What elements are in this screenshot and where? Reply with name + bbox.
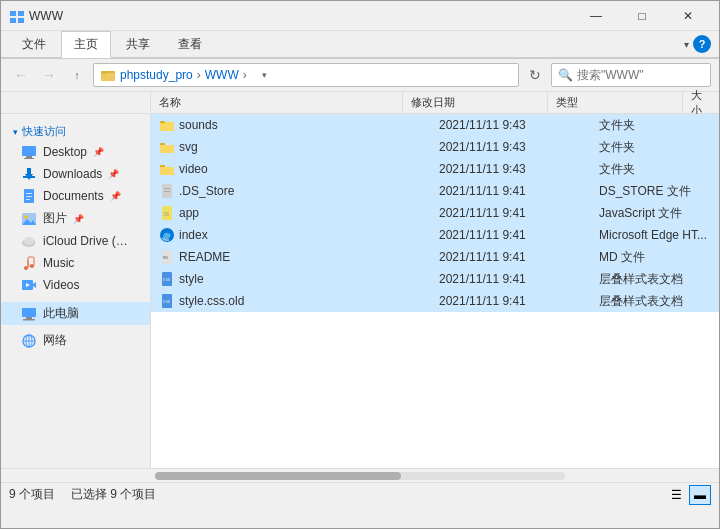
- svg-text:CSS: CSS: [163, 299, 171, 304]
- svg-rect-34: [23, 319, 35, 321]
- sidebar-item-network[interactable]: 网络: [1, 329, 150, 352]
- file-date-style-old: 2021/11/11 9:41: [431, 294, 591, 308]
- svg-marker-30: [33, 282, 36, 288]
- svg-text:MD: MD: [163, 255, 168, 260]
- tab-home[interactable]: 主页: [61, 31, 111, 58]
- tab-share[interactable]: 共享: [113, 31, 163, 57]
- file-type-readme: MD 文件: [591, 249, 719, 266]
- js-file-icon: JS: [159, 205, 175, 221]
- svg-rect-6: [101, 71, 106, 74]
- sidebar-item-music[interactable]: Music: [1, 252, 150, 274]
- hscroll-thumb[interactable]: [155, 472, 401, 480]
- details-view-button[interactable]: ☰: [665, 485, 687, 505]
- quick-access-section[interactable]: ▾ 快速访问: [1, 122, 150, 141]
- sidebar-item-thispc[interactable]: 此电脑: [1, 302, 150, 325]
- table-row[interactable]: svg 2021/11/11 9:43 文件夹: [151, 136, 719, 158]
- tab-file[interactable]: 文件: [9, 31, 59, 57]
- title-bar: WWW — □ ✕: [1, 1, 719, 31]
- col-header-date[interactable]: 修改日期: [403, 92, 548, 113]
- sidebar-item-videos[interactable]: Videos: [1, 274, 150, 296]
- table-row[interactable]: index 2021/11/11 9:41 Microsoft Edge HT.…: [151, 224, 719, 246]
- sidebar-item-network-label: 网络: [43, 332, 67, 349]
- view-controls: ☰ ▬: [665, 485, 711, 505]
- table-row[interactable]: CSS style.css.old 2021/11/11 9:41 层叠样式表文…: [151, 290, 719, 312]
- file-name-sounds: sounds: [151, 117, 431, 133]
- selected-count: 已选择 9 个项目: [71, 486, 156, 503]
- svg-rect-1: [18, 11, 24, 16]
- hscroll-track[interactable]: [155, 472, 565, 480]
- svg-text:JS: JS: [163, 211, 169, 217]
- horizontal-scrollbar[interactable]: [1, 468, 719, 482]
- file-date-sounds: 2021/11/11 9:43: [431, 118, 591, 132]
- minimize-button[interactable]: —: [573, 1, 619, 31]
- table-row[interactable]: CSS style 2021/11/11 9:41 层叠样式表文档: [151, 268, 719, 290]
- sidebar-item-music-label: Music: [43, 256, 74, 270]
- help-icon[interactable]: ?: [693, 35, 711, 53]
- file-date-readme: 2021/11/11 9:41: [431, 250, 591, 264]
- ribbon-collapse[interactable]: ▾ ?: [676, 35, 719, 53]
- file-date-style: 2021/11/11 9:41: [431, 272, 591, 286]
- back-button[interactable]: ←: [9, 63, 33, 87]
- network-icon: [21, 333, 37, 349]
- file-type-sounds: 文件夹: [591, 117, 719, 134]
- col-header-type[interactable]: 类型: [548, 92, 684, 113]
- chevron-down-icon: ▾: [684, 39, 689, 50]
- file-type-video: 文件夹: [591, 161, 719, 178]
- svg-rect-5: [101, 73, 115, 81]
- search-input[interactable]: [577, 68, 720, 82]
- ds-file-icon: [159, 183, 175, 199]
- refresh-button[interactable]: ↻: [523, 63, 547, 87]
- file-date-app: 2021/11/11 9:41: [431, 206, 591, 220]
- tab-view[interactable]: 查看: [165, 31, 215, 57]
- search-icon: 🔍: [558, 68, 573, 82]
- svg-rect-50: [164, 191, 170, 192]
- sidebar-item-icloud-label: iCloud Drive (M ...: [43, 234, 133, 248]
- title-bar-controls: — □ ✕: [573, 1, 711, 31]
- pin-icon-pictures: 📌: [73, 214, 84, 224]
- forward-button[interactable]: →: [37, 63, 61, 87]
- table-row[interactable]: MD README 2021/11/11 9:41 MD 文件: [151, 246, 719, 268]
- col-header-size[interactable]: 大小: [683, 92, 719, 113]
- maximize-button[interactable]: □: [619, 1, 665, 31]
- file-type-style-old: 层叠样式表文档: [591, 293, 719, 310]
- address-path[interactable]: phpstudy_pro › WWW › ▾: [93, 63, 519, 87]
- thispc-icon: [21, 306, 37, 322]
- table-row[interactable]: video 2021/11/11 9:43 文件夹: [151, 158, 719, 180]
- sidebar-item-pictures-label: 图片: [43, 210, 67, 227]
- file-type-svg: 文件夹: [591, 139, 719, 156]
- svg-rect-49: [164, 188, 170, 189]
- svg-rect-12: [27, 168, 31, 174]
- item-count: 9 个项目: [9, 486, 55, 503]
- sidebar-item-desktop[interactable]: Desktop 📌: [1, 141, 150, 163]
- file-list: sounds 2021/11/11 9:43 文件夹 svg 2021/11/1…: [151, 114, 719, 468]
- file-date-ds: 2021/11/11 9:41: [431, 184, 591, 198]
- pin-icon-desktop: 📌: [93, 147, 104, 157]
- svg-rect-44: [160, 145, 174, 153]
- large-icon-view-button[interactable]: ▬: [689, 485, 711, 505]
- cloud-icon: [21, 233, 37, 249]
- table-row[interactable]: JS app 2021/11/11 9:41 JavaScript 文件: [151, 202, 719, 224]
- table-row[interactable]: sounds 2021/11/11 9:43 文件夹: [151, 114, 719, 136]
- sidebar-item-downloads[interactable]: Downloads 📌: [1, 163, 150, 185]
- sidebar-item-icloud[interactable]: iCloud Drive (M ...: [1, 230, 150, 252]
- up-button[interactable]: ↑: [65, 63, 89, 87]
- svg-point-19: [24, 215, 28, 219]
- file-date-svg: 2021/11/11 9:43: [431, 140, 591, 154]
- music-icon: [21, 255, 37, 271]
- sidebar-item-pictures[interactable]: 图片 📌: [1, 207, 150, 230]
- col-header-name[interactable]: 名称: [151, 92, 403, 113]
- file-type-app: JavaScript 文件: [591, 205, 719, 222]
- path-dropdown[interactable]: ▾: [253, 63, 277, 87]
- chevron-icon: ▾: [13, 127, 18, 137]
- table-row[interactable]: .DS_Store 2021/11/11 9:41 DS_STORE 文件: [151, 180, 719, 202]
- svg-rect-2: [10, 18, 16, 23]
- close-button[interactable]: ✕: [665, 1, 711, 31]
- sidebar-item-documents[interactable]: Documents 📌: [1, 185, 150, 207]
- sidebar: ▾ 快速访问 Desktop 📌 Downloa: [1, 114, 151, 468]
- file-name-ds: .DS_Store: [151, 183, 431, 199]
- search-box: 🔍: [551, 63, 711, 87]
- videos-icon: [21, 277, 37, 293]
- sidebar-item-desktop-label: Desktop: [43, 145, 87, 159]
- svg-rect-15: [26, 193, 32, 194]
- sidebar-item-downloads-label: Downloads: [43, 167, 102, 181]
